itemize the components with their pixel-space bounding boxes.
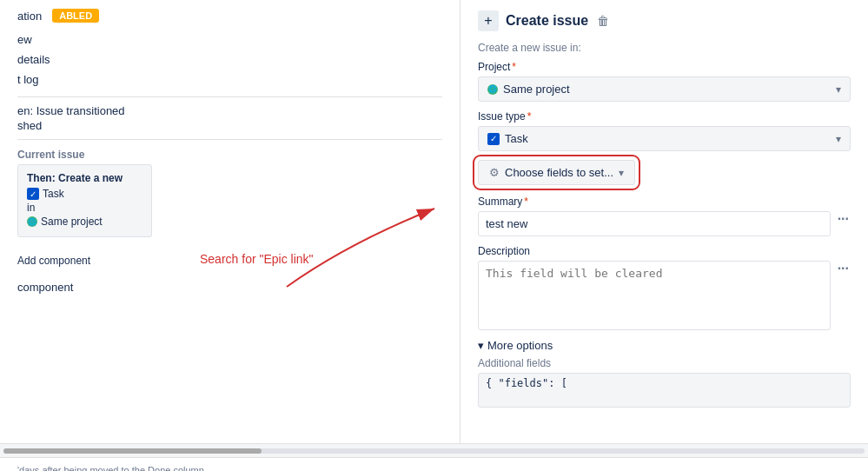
summary-input-wrapper (478, 211, 831, 236)
nav-item-details[interactable]: details (17, 50, 442, 70)
plus-button[interactable]: + (478, 10, 499, 31)
more-options-toggle[interactable]: ▾ More options (478, 339, 851, 352)
then-task-label: Task (43, 188, 64, 200)
scroll-thumb (3, 448, 262, 454)
then-in-item: in (27, 202, 142, 214)
description-label: Description (478, 245, 851, 257)
footer-section: 'days after being moved to the Done colu… (0, 457, 868, 471)
current-issue-label: Current issue (17, 149, 442, 161)
right-panel: + Create issue 🗑 Create a new issue in: … (461, 0, 868, 443)
summary-input[interactable] (478, 211, 831, 236)
left-panel: ation ABLED ew details t log en: Issue t… (0, 0, 461, 443)
then-box: Then: Create a new Task in Same project (17, 164, 152, 237)
when-label: en: Issue transitioned (17, 104, 442, 117)
then-title: Then: Create a new (27, 172, 142, 184)
more-options-section: ▾ More options Additional fields { "fiel… (478, 339, 851, 408)
task-checkbox-icon (27, 188, 39, 200)
globe-icon (27, 216, 37, 227)
project-field-label: Project* (478, 61, 851, 73)
issue-type-select[interactable]: Task ▾ (478, 126, 851, 151)
chevron-collapse-icon: ▾ (478, 339, 484, 352)
choose-fields-button[interactable]: ⚙ Choose fields to set... ▾ (478, 160, 635, 185)
json-field: { "fields": [ (478, 373, 851, 408)
then-in-label: in (27, 202, 35, 214)
nav-item-ew[interactable]: ew (17, 30, 442, 50)
summary-more-options-button[interactable]: ··· (836, 211, 851, 227)
additional-fields-label: Additional fields (478, 357, 851, 369)
issue-type-inner: Task (487, 132, 528, 145)
issue-type-value: Task (505, 132, 528, 145)
status-badge: ABLED (52, 9, 99, 23)
trash-button[interactable]: 🗑 (595, 12, 611, 30)
description-more-options-button[interactable]: ··· (836, 261, 851, 276)
project-select[interactable]: Same project ▾ (478, 76, 851, 102)
then-project-label: Same project (41, 216, 103, 228)
panel-header: + Create issue 🗑 (478, 10, 851, 31)
more-options-label: More options (487, 339, 553, 352)
component-label: component (17, 281, 442, 294)
nav-item-log[interactable]: t log (17, 70, 442, 90)
then-project-item: Same project (27, 216, 142, 228)
when-value: shed (17, 119, 442, 132)
panel-title: Create issue (506, 13, 588, 29)
project-value: Same project (503, 83, 570, 96)
scroll-track (3, 448, 865, 454)
annotation-text: Search for "Epic link" (200, 252, 314, 266)
description-row: ··· (478, 261, 851, 330)
summary-row: ··· (478, 211, 851, 236)
create-label: Create a new issue in: (478, 42, 851, 54)
horizontal-scrollbar[interactable] (0, 443, 868, 457)
then-task-item: Task (27, 188, 142, 200)
choose-fields-label: Choose fields to set... (505, 166, 613, 179)
issue-type-chevron-icon: ▾ (836, 133, 841, 145)
divider-1 (17, 96, 442, 97)
choose-fields-chevron: ▾ (619, 167, 624, 179)
project-globe-icon (487, 84, 498, 95)
project-select-inner: Same project (487, 83, 570, 96)
description-textarea[interactable] (478, 261, 831, 330)
left-header-title: ation (17, 10, 42, 23)
task-type-icon (487, 133, 500, 145)
issue-type-label: Issue type* (478, 110, 851, 123)
footer-line1: 'days after being moved to the Done colu… (17, 465, 851, 471)
summary-field-label: Summary* (478, 196, 851, 208)
gear-icon: ⚙ (489, 166, 500, 179)
divider-2 (17, 139, 442, 140)
project-chevron-icon: ▾ (836, 83, 841, 96)
